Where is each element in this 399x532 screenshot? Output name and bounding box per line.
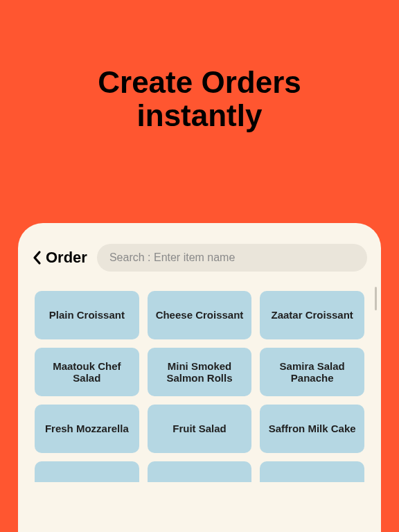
item-tile[interactable] xyxy=(148,461,252,482)
item-tile[interactable]: Samira Salad Panache xyxy=(260,348,364,396)
item-tile[interactable]: Mini Smoked Salmon Rolls xyxy=(148,348,252,396)
item-tile[interactable]: Zaatar Croissant xyxy=(260,291,364,339)
item-label: Samira Salad Panache xyxy=(265,360,359,384)
item-label: Fresh Mozzarella xyxy=(45,423,129,434)
item-label: Cheese Croissant xyxy=(156,309,244,321)
item-tile[interactable]: Maatouk Chef Salad xyxy=(35,348,139,396)
item-tile[interactable]: Cheese Croissant xyxy=(148,291,252,339)
device-frame: Order Search : Enter item name Plain Cro… xyxy=(18,223,381,532)
search-input[interactable]: Search : Enter item name xyxy=(97,244,367,272)
item-tile[interactable] xyxy=(35,461,139,482)
item-label: Maatouk Chef Salad xyxy=(40,360,134,384)
item-label: Plain Croissant xyxy=(49,309,125,321)
items-grid-partial xyxy=(32,461,367,482)
back-button[interactable]: Order xyxy=(32,249,87,267)
item-label: Saffron Milk Cake xyxy=(269,423,356,434)
item-label: Zaatar Croissant xyxy=(271,309,353,321)
item-tile[interactable]: Fruit Salad xyxy=(148,405,252,453)
hero-title: Create Orders instantly xyxy=(0,0,399,175)
item-label: Fruit Salad xyxy=(172,423,227,434)
page-title: Order xyxy=(46,249,87,267)
items-grid: Plain Croissant Cheese Croissant Zaatar … xyxy=(32,291,367,453)
item-label: Mini Smoked Salmon Rolls xyxy=(153,360,247,384)
hero-line2: instantly xyxy=(0,99,399,132)
header-row: Order Search : Enter item name xyxy=(32,244,367,272)
item-tile[interactable] xyxy=(260,461,364,482)
hero-line1: Create Orders xyxy=(0,66,399,99)
search-placeholder: Search : Enter item name xyxy=(109,251,235,263)
item-tile[interactable]: Saffron Milk Cake xyxy=(260,405,364,453)
scrollbar[interactable] xyxy=(375,287,377,310)
item-tile[interactable]: Plain Croissant xyxy=(35,291,139,339)
chevron-left-icon xyxy=(32,250,42,265)
item-tile[interactable]: Fresh Mozzarella xyxy=(35,405,139,453)
